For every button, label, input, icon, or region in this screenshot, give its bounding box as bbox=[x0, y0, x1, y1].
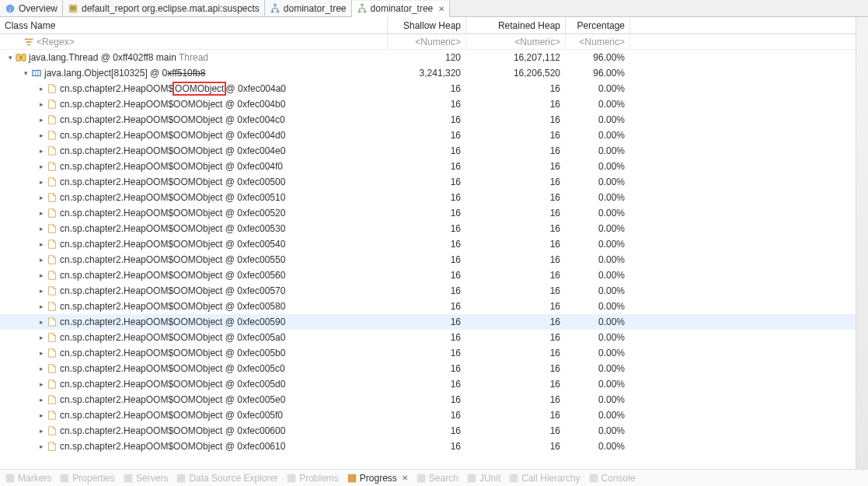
tree-twisty-collapsed[interactable]: ▸ bbox=[36, 83, 47, 94]
tree-row-oomobject[interactable]: ▸cn.sp.chapter2.HeapOOM$OOMObject @ 0xfe… bbox=[0, 407, 868, 423]
tree-row-oomobject[interactable]: ▸cn.sp.chapter2.HeapOOM$OOMObject @ 0xfe… bbox=[0, 221, 868, 236]
class-name-label: cn.sp.chapter2.HeapOOM$OOMObject @ 0xfec… bbox=[60, 161, 283, 172]
tree-twisty-collapsed[interactable]: ▸ bbox=[36, 254, 47, 265]
tree-row-oomobject[interactable]: ▸cn.sp.chapter2.HeapOOM$OOMObject @ 0xfe… bbox=[0, 96, 868, 112]
tree-row-oomobject[interactable]: ▸cn.sp.chapter2.HeapOOM$OOMObject @ 0xfe… bbox=[0, 128, 868, 143]
shallow-heap-value: 16 bbox=[388, 363, 466, 374]
tree-twisty-collapsed[interactable]: ▸ bbox=[36, 410, 47, 421]
retained-heap-value: 16 bbox=[466, 363, 566, 374]
tree-row-oomobject[interactable]: ▸cn.sp.chapter2.HeapOOM$OOMObject @ 0xfe… bbox=[0, 112, 868, 128]
class-name-label: cn.sp.chapter2.HeapOOM$OOMObject @ 0xfec… bbox=[60, 223, 285, 234]
bottom-view-label: Markers bbox=[18, 473, 51, 484]
header-shallow-heap[interactable]: Shallow Heap bbox=[388, 17, 466, 33]
class-name-label: cn.sp.chapter2.HeapOOM$OOMObject @ 0xfec… bbox=[60, 99, 285, 110]
bottom-view-servers[interactable]: Servers bbox=[123, 473, 168, 484]
close-icon[interactable]: ✕ bbox=[438, 5, 444, 13]
tree-twisty-collapsed[interactable]: ▸ bbox=[36, 130, 47, 141]
tree-row-oomobject[interactable]: ▸cn.sp.chapter2.HeapOOM$OOMObject @ 0xfe… bbox=[0, 159, 868, 174]
tree-twisty-collapsed[interactable]: ▸ bbox=[36, 99, 47, 110]
tree-row-oomobject[interactable]: ▸cn.sp.chapter2.HeapOOM$OOMObject @ 0xfe… bbox=[0, 376, 868, 392]
shallow-heap-value: 16 bbox=[388, 114, 466, 125]
bottom-view-label: Data Source Explorer bbox=[189, 473, 278, 484]
bottom-view-problems[interactable]: Problems bbox=[286, 473, 339, 484]
tree-twisty-collapsed[interactable]: ▸ bbox=[36, 394, 47, 405]
tree-row-oomobject[interactable]: ▸cn.sp.chapter2.HeapOOM$OOMObject @ 0xfe… bbox=[0, 361, 868, 376]
retained-heap-value: 16 bbox=[466, 114, 566, 125]
tree-twisty-collapsed[interactable]: ▸ bbox=[36, 114, 47, 125]
tree-twisty-collapsed[interactable]: ▸ bbox=[36, 161, 47, 172]
tree-row-oomobject[interactable]: ▸cn.sp.chapter2.HeapOOM$OOMObject @ 0xfe… bbox=[0, 345, 868, 361]
tree-twisty-collapsed[interactable]: ▸ bbox=[36, 332, 47, 343]
retained-heap-value: 16 bbox=[466, 441, 566, 452]
tree-twisty-collapsed[interactable]: ▸ bbox=[36, 441, 47, 452]
filter-shallow[interactable]: <Numeric> bbox=[388, 34, 466, 49]
filter-class[interactable]: <Regex> bbox=[0, 34, 388, 49]
tree-twisty-collapsed[interactable]: ▸ bbox=[36, 145, 47, 156]
tree-row-thread[interactable]: ▾java.lang.Thread @ 0xff402ff8 main Thre… bbox=[0, 50, 868, 65]
filter-retained[interactable]: <Numeric> bbox=[466, 34, 566, 49]
tree-row-oomobject[interactable]: ▸cn.sp.chapter2.HeapOOM$OOMObject @ 0xfe… bbox=[0, 299, 868, 314]
tree-row-object-array[interactable]: ▾java.lang.Object[810325] @ 0xff510fb83,… bbox=[0, 65, 868, 81]
bottom-view-data source explorer[interactable]: Data Source Explorer bbox=[176, 473, 278, 484]
retained-heap-value: 16 bbox=[466, 145, 566, 156]
class-name-label: cn.sp.chapter2.HeapOOM$OOMObject @ 0xfec… bbox=[60, 254, 285, 265]
bottom-view-label: Console bbox=[601, 473, 636, 484]
tree-twisty-collapsed[interactable]: ▸ bbox=[36, 270, 47, 281]
shallow-heap-value: 16 bbox=[388, 410, 466, 421]
vertical-scrollbar[interactable] bbox=[856, 17, 868, 469]
bottom-view-label: Progress bbox=[360, 473, 397, 484]
tree-twisty-collapsed[interactable]: ▸ bbox=[36, 192, 47, 203]
tree-twisty-collapsed[interactable]: ▸ bbox=[36, 348, 47, 358]
tree-twisty-collapsed[interactable]: ▸ bbox=[36, 379, 47, 390]
tree-twisty-expanded[interactable]: ▾ bbox=[5, 52, 16, 63]
tree-twisty-collapsed[interactable]: ▸ bbox=[36, 285, 47, 296]
tree-twisty-collapsed[interactable]: ▸ bbox=[36, 425, 47, 436]
tree-twisty-collapsed[interactable]: ▸ bbox=[36, 239, 47, 250]
tree-row-oomobject[interactable]: ▸cn.sp.chapter2.HeapOOM$OOMObject @ 0xfe… bbox=[0, 267, 868, 283]
close-icon[interactable]: ✕ bbox=[402, 474, 408, 482]
tree-row-oomobject[interactable]: ▸cn.sp.chapter2.HeapOOM$OOMObject @ 0xfe… bbox=[0, 252, 868, 267]
header-retained-heap[interactable]: Retained Heap bbox=[466, 17, 566, 33]
class-name-label: cn.sp.chapter2.HeapOOM$OOMObject @ 0xfec… bbox=[60, 208, 285, 219]
bottom-view-search[interactable]: Search bbox=[416, 473, 458, 484]
tree-twisty-collapsed[interactable]: ▸ bbox=[36, 208, 47, 219]
tree-row-oomobject[interactable]: ▸cn.sp.chapter2.HeapOOM$OOMObject @ 0xfe… bbox=[0, 314, 868, 330]
tab-dominator-tree-1[interactable]: dominator_tree bbox=[265, 0, 352, 16]
tree-twisty-collapsed[interactable]: ▸ bbox=[36, 177, 47, 187]
retained-heap-value: 16 bbox=[466, 161, 566, 172]
percentage-value: 0.00% bbox=[566, 145, 630, 156]
tree-twisty-collapsed[interactable]: ▸ bbox=[36, 316, 47, 327]
tab-dominator-tree-active[interactable]: dominator_tree ✕ bbox=[352, 1, 451, 17]
bottom-view-markers[interactable]: Markers bbox=[5, 473, 51, 484]
tree-twisty-expanded[interactable]: ▾ bbox=[20, 68, 31, 79]
bottom-view-progress[interactable]: Progress✕ bbox=[347, 473, 408, 484]
tab-overview[interactable]: i Overview bbox=[0, 0, 63, 16]
tree-row-oomobject[interactable]: ▸cn.sp.chapter2.HeapOOM$OOMObject @ 0xfe… bbox=[0, 439, 868, 454]
bottom-view-console[interactable]: Console bbox=[588, 473, 636, 484]
tree-row-oomobject[interactable]: ▸cn.sp.chapter2.HeapOOM$OOMObject @ 0xfe… bbox=[0, 190, 868, 205]
tree-row-oomobject[interactable]: ▸cn.sp.chapter2.HeapOOM$OOMObject @ 0xfe… bbox=[0, 205, 868, 221]
bottom-view-call hierarchy[interactable]: Call Hierarchy bbox=[508, 473, 580, 484]
tree-row-oomobject[interactable]: ▸cn.sp.chapter2.HeapOOM$OOMObject @ 0xfe… bbox=[0, 174, 868, 190]
tree-twisty-collapsed[interactable]: ▸ bbox=[36, 363, 47, 374]
tree-row-oomobject[interactable]: ▸cn.sp.chapter2.HeapOOM$OOMObject @ 0xfe… bbox=[0, 423, 868, 439]
percentage-value: 0.00% bbox=[566, 363, 630, 374]
bottom-view-properties[interactable]: Properties bbox=[59, 473, 115, 484]
tree-row-oomobject[interactable]: ▸cn.sp.chapter2.HeapOOM$OOMObject @ 0xfe… bbox=[0, 330, 868, 345]
tree-row-oomobject[interactable]: ▸cn.sp.chapter2.HeapOOM$OOMObject @ 0xfe… bbox=[0, 392, 868, 407]
retained-heap-value: 16 bbox=[466, 348, 566, 358]
tree-row-oomobject[interactable]: ▸cn.sp.chapter2.HeapOOM$OOMObject @ 0xfe… bbox=[0, 236, 868, 252]
tab-default-report[interactable]: default_report org.eclipse.mat.api:suspe… bbox=[63, 0, 265, 16]
tree-row-oomobject[interactable]: ▸cn.sp.chapter2.HeapOOM$OOMObject @ 0xfe… bbox=[0, 81, 868, 96]
shallow-heap-value: 16 bbox=[388, 223, 466, 234]
header-percentage[interactable]: Percentage bbox=[566, 17, 630, 33]
bottom-view-junit[interactable]: JUnit bbox=[466, 473, 500, 484]
retained-heap-value: 16 bbox=[466, 83, 566, 94]
tree-row-oomobject[interactable]: ▸cn.sp.chapter2.HeapOOM$OOMObject @ 0xfe… bbox=[0, 283, 868, 299]
filter-percent[interactable]: <Numeric> bbox=[566, 34, 630, 49]
tree-row-oomobject[interactable]: ▸cn.sp.chapter2.HeapOOM$OOMObject @ 0xfe… bbox=[0, 143, 868, 159]
view-icon bbox=[5, 473, 16, 484]
header-class-name[interactable]: Class Name bbox=[0, 17, 388, 33]
tree-twisty-collapsed[interactable]: ▸ bbox=[36, 301, 47, 312]
tree-twisty-collapsed[interactable]: ▸ bbox=[36, 223, 47, 234]
